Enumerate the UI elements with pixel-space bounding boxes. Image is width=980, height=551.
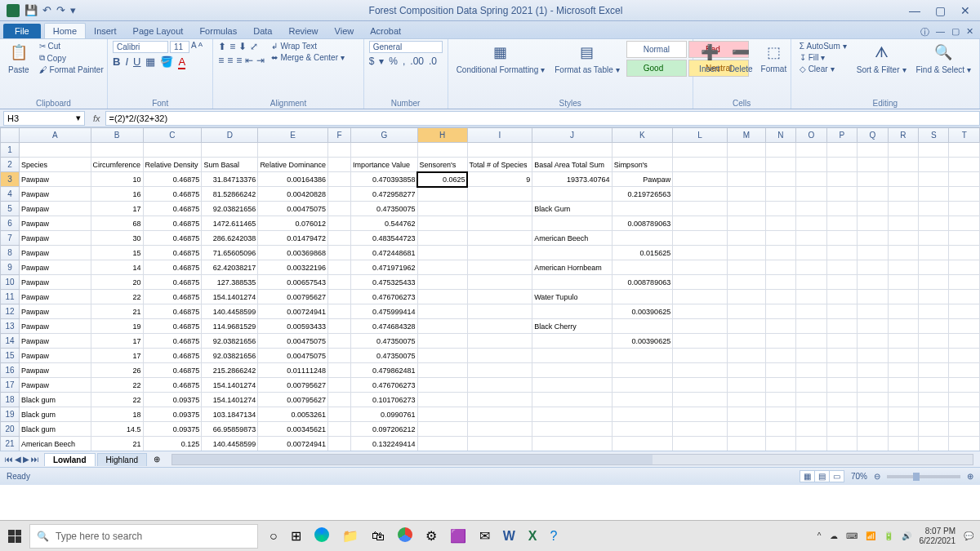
col-header-I[interactable]: I bbox=[467, 128, 532, 143]
col-header-K[interactable]: K bbox=[612, 128, 673, 143]
row-header-11[interactable]: 11 bbox=[1, 290, 20, 304]
cell-O16[interactable] bbox=[796, 363, 827, 378]
cell-R2[interactable] bbox=[888, 158, 918, 172]
cell-B7[interactable]: 30 bbox=[91, 231, 143, 246]
sheet-nav-first-icon[interactable]: ⏮ bbox=[5, 455, 13, 464]
taskbar-search[interactable]: 🔍 Type here to search bbox=[29, 524, 258, 549]
tab-view[interactable]: View bbox=[327, 24, 363, 38]
cell-G1[interactable] bbox=[351, 143, 417, 158]
align-right-icon[interactable]: ≡ bbox=[236, 55, 242, 66]
cell-J2[interactable]: Basal Area Total Sum bbox=[532, 158, 612, 172]
cell-G17[interactable]: 0.476706273 bbox=[351, 378, 417, 393]
ribbon-options-icon[interactable]: ▢ bbox=[951, 26, 960, 38]
cell-M20[interactable] bbox=[727, 422, 765, 437]
cell-A17[interactable]: Pawpaw bbox=[20, 378, 91, 393]
cell-K5[interactable] bbox=[612, 202, 673, 216]
cell-B16[interactable]: 26 bbox=[91, 363, 143, 378]
cell-R20[interactable] bbox=[888, 422, 918, 437]
cell-J12[interactable] bbox=[532, 304, 612, 319]
cell-Q16[interactable] bbox=[858, 363, 889, 378]
shrink-font-icon[interactable]: A bbox=[198, 41, 203, 53]
row-header-10[interactable]: 10 bbox=[1, 275, 20, 290]
copy-button[interactable]: ⧉ Copy bbox=[36, 52, 107, 64]
cell-S21[interactable] bbox=[919, 437, 949, 451]
cell-G18[interactable]: 0.101706273 bbox=[351, 393, 417, 407]
cell-H3[interactable]: 0.0625 bbox=[417, 172, 467, 187]
cell-S19[interactable] bbox=[919, 407, 949, 422]
cell-L9[interactable] bbox=[673, 260, 728, 275]
cell-G13[interactable]: 0.474684328 bbox=[351, 319, 417, 334]
cell-I16[interactable] bbox=[467, 363, 532, 378]
cell-R11[interactable] bbox=[888, 290, 918, 304]
cell-R17[interactable] bbox=[888, 378, 918, 393]
find-select-icon[interactable]: 🔍 bbox=[932, 41, 955, 64]
cell-S3[interactable] bbox=[919, 172, 949, 187]
cell-J17[interactable] bbox=[532, 378, 612, 393]
cell-F14[interactable] bbox=[327, 334, 350, 349]
keyboard-icon[interactable]: ⌨ bbox=[846, 531, 858, 540]
format-cell-icon[interactable]: ⬚ bbox=[762, 41, 785, 64]
col-header-J[interactable]: J bbox=[532, 128, 612, 143]
qat-dropdown-icon[interactable]: ▾ bbox=[70, 4, 76, 16]
cell-I21[interactable] bbox=[467, 437, 532, 451]
cell-L8[interactable] bbox=[673, 246, 728, 260]
cell-N1[interactable] bbox=[765, 143, 795, 158]
delete-cell-icon[interactable]: ➖ bbox=[729, 41, 752, 64]
comma-button[interactable]: , bbox=[403, 56, 405, 67]
cell-A3[interactable]: Pawpaw bbox=[20, 172, 91, 187]
cell-G20[interactable]: 0.097206212 bbox=[351, 422, 417, 437]
cell-D20[interactable]: 66.95859873 bbox=[202, 422, 258, 437]
row-header-2[interactable]: 2 bbox=[1, 158, 20, 172]
cell-R21[interactable] bbox=[888, 437, 918, 451]
cell-F15[interactable] bbox=[327, 349, 350, 363]
cell-H20[interactable] bbox=[417, 422, 467, 437]
cell-K12[interactable]: 0.00390625 bbox=[612, 304, 673, 319]
sheet-nav-prev-icon[interactable]: ◀ bbox=[15, 455, 21, 464]
font-color-icon[interactable]: A bbox=[178, 56, 185, 69]
cell-E14[interactable]: 0.00475075 bbox=[258, 334, 328, 349]
cell-H18[interactable] bbox=[417, 393, 467, 407]
cell-A2[interactable]: Species bbox=[20, 158, 91, 172]
cell-E3[interactable]: 0.00164386 bbox=[258, 172, 328, 187]
number-format-select[interactable]: General bbox=[369, 41, 443, 53]
cell-F7[interactable] bbox=[327, 231, 350, 246]
cell-S14[interactable] bbox=[919, 334, 949, 349]
cell-L10[interactable] bbox=[673, 275, 728, 290]
cell-H11[interactable] bbox=[417, 290, 467, 304]
cell-D14[interactable]: 92.03821656 bbox=[202, 334, 258, 349]
cell-Q15[interactable] bbox=[858, 349, 889, 363]
cell-T6[interactable] bbox=[949, 216, 980, 231]
cell-O13[interactable] bbox=[796, 319, 827, 334]
cell-P2[interactable] bbox=[826, 158, 857, 172]
cell-T12[interactable] bbox=[949, 304, 980, 319]
cell-J11[interactable]: Water Tupulo bbox=[532, 290, 612, 304]
cell-D16[interactable]: 215.2866242 bbox=[202, 363, 258, 378]
cell-L1[interactable] bbox=[673, 143, 728, 158]
cell-T16[interactable] bbox=[949, 363, 980, 378]
cell-K8[interactable]: 0.015625 bbox=[612, 246, 673, 260]
cell-K17[interactable] bbox=[612, 378, 673, 393]
row-header-12[interactable]: 12 bbox=[1, 304, 20, 319]
cell-J18[interactable] bbox=[532, 393, 612, 407]
cell-K18[interactable] bbox=[612, 393, 673, 407]
cell-S17[interactable] bbox=[919, 378, 949, 393]
cell-C10[interactable]: 0.46875 bbox=[143, 275, 202, 290]
mail-icon[interactable]: ✉ bbox=[479, 528, 490, 544]
cell-H8[interactable] bbox=[417, 246, 467, 260]
cell-H16[interactable] bbox=[417, 363, 467, 378]
cell-M15[interactable] bbox=[727, 349, 765, 363]
cell-L20[interactable] bbox=[673, 422, 728, 437]
cell-K16[interactable] bbox=[612, 363, 673, 378]
cell-G6[interactable]: 0.544762 bbox=[351, 216, 417, 231]
cell-K20[interactable] bbox=[612, 422, 673, 437]
row-header-3[interactable]: 3 bbox=[1, 172, 20, 187]
cell-F10[interactable] bbox=[327, 275, 350, 290]
cell-B11[interactable]: 22 bbox=[91, 290, 143, 304]
cell-G11[interactable]: 0.476706273 bbox=[351, 290, 417, 304]
tab-page-layout[interactable]: Page Layout bbox=[125, 24, 192, 38]
fill-color-icon[interactable]: 🪣 bbox=[160, 56, 173, 69]
cell-P1[interactable] bbox=[826, 143, 857, 158]
new-sheet-icon[interactable]: ⊕ bbox=[149, 455, 165, 464]
spreadsheet-grid[interactable]: ABCDEFGHIJKLMNOPQRST12SpeciesCircumferen… bbox=[0, 127, 980, 451]
cell-O4[interactable] bbox=[796, 187, 827, 202]
